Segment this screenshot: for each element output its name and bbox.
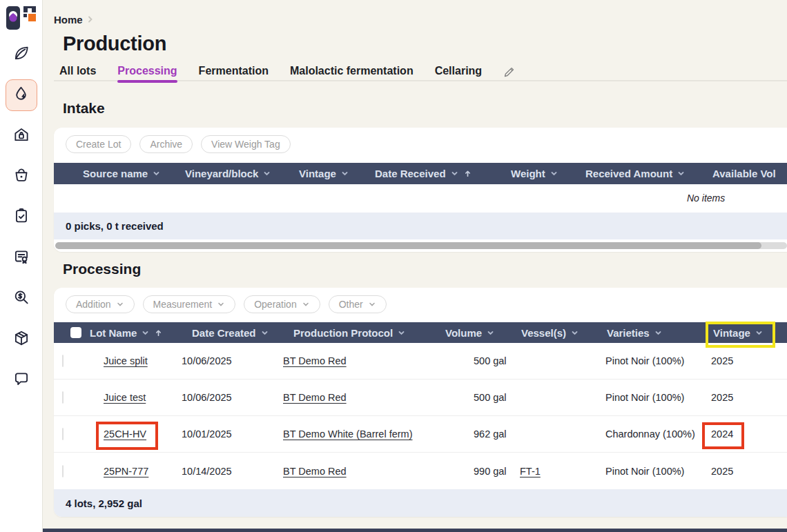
column-header-date-created[interactable]: Date Created [178,327,282,339]
column-header-weight[interactable]: Weight [509,168,582,179]
water-drop-bolt-icon [12,85,30,106]
production-protocol-link[interactable]: BT Demo White (Barrel ferm) [283,428,412,440]
processing-heading: Processing [63,260,787,278]
sidebar-item-messages[interactable] [6,364,37,396]
table-row: 25PN-777 10/14/2025 BT Demo Red 990 gal … [54,453,787,489]
warehouse-icon [12,126,30,146]
breadcrumb-chevron-icon [86,14,95,24]
volume-cell: 500 gal [440,392,514,403]
empty-state-text: No items [687,193,725,204]
lot-name-link[interactable]: 25CH-HV [104,428,146,440]
tab-processing[interactable]: Processing [117,63,177,81]
main-content: Home Production All lots Processing Ferm… [43,0,787,532]
lot-name-link[interactable]: Juice test [104,392,146,403]
row-checkbox[interactable] [62,428,64,440]
column-header-vessels[interactable]: Vessel(s) [514,327,589,339]
select-all-checkbox[interactable] [70,327,81,338]
lot-name-link[interactable]: 25PN-777 [104,466,148,477]
vintage-cell: 2025 [696,466,787,477]
intake-table-header: Source name Vineyard/block Vintage Date … [54,163,787,184]
sidebar-item-harvest[interactable] [6,161,37,193]
row-checkbox[interactable] [62,391,64,404]
edit-tabs-button[interactable] [503,66,515,78]
table-row: 25CH-HV 10/01/2025 BT Demo White (Barrel… [54,416,787,453]
varieties-cell: Pinot Noir (100%) [589,466,696,477]
column-header-vineyard-block[interactable]: Vineyard/block [185,168,295,179]
tab-bar: All lots Processing Fermentation Malolac… [54,63,787,81]
date-created-cell: 10/14/2025 [178,466,282,477]
column-header-received-amount[interactable]: Received Amount [582,168,710,179]
column-header-varieties[interactable]: Varieties [589,327,696,339]
scrollbar-thumb[interactable] [55,242,761,249]
chevron-down-icon [654,328,663,337]
sidebar-item-production[interactable] [6,79,37,111]
sidebar-nav [6,39,37,405]
processing-table-header: Lot Name Date Created Production Protoco… [54,322,787,343]
column-header-available-volume[interactable]: Available Vol [710,168,787,179]
production-protocol-link[interactable]: BT Demo Red [283,466,347,477]
column-header-vintage[interactable]: Vintage [696,327,787,339]
volume-cell: 500 gal [440,355,514,366]
column-header-lot-name[interactable]: Lot Name [83,327,178,339]
app-logo[interactable] [6,6,37,32]
harvest-basket-icon [12,166,30,187]
vintage-cell: 2025 [696,355,787,366]
create-lot-button[interactable]: Create Lot [66,135,131,153]
chevron-down-icon [368,300,376,308]
table-row: Juice test 10/06/2025 BT Demo Red 500 ga… [54,380,787,416]
column-header-date-received[interactable]: Date Received [375,168,509,179]
scrollbar-track[interactable] [55,242,787,249]
column-header-production-protocol[interactable]: Production Protocol [282,327,440,339]
production-protocol-link[interactable]: BT Demo Red [283,355,347,366]
intake-horizontal-scrollbar[interactable] [54,239,787,252]
date-created-cell: 10/06/2025 [178,392,282,403]
sidebar-item-compliance[interactable] [6,242,37,274]
processing-summary-row: 4 lots, 2,952 gal [54,489,787,517]
tab-fermentation[interactable]: Fermentation [199,63,269,81]
chevron-down-icon [260,328,269,337]
tab-cellaring[interactable]: Cellaring [435,63,482,81]
chevron-down-icon [116,300,124,308]
chevron-down-icon [677,169,686,178]
view-weigh-tag-button[interactable]: View Weigh Tag [201,135,291,153]
tab-all-lots[interactable]: All lots [59,63,96,81]
measurement-dropdown[interactable]: Measurement [143,295,236,313]
table-row: Juice split 10/06/2025 BT Demo Red 500 g… [54,343,787,380]
processing-card: Addition Measurement Operation Other Lot… [54,288,787,517]
addition-dropdown[interactable]: Addition [66,295,135,313]
vessel-link[interactable]: FT-1 [520,466,541,477]
package-cube-icon [12,329,30,350]
vintage-cell: 2024 [696,428,787,440]
breadcrumb: Home [54,12,787,26]
production-protocol-link[interactable]: BT Demo Red [283,392,347,403]
column-header-vintage[interactable]: Vintage [295,168,375,179]
chevron-down-icon [486,328,495,337]
date-created-cell: 10/06/2025 [178,355,282,366]
chevron-down-icon [217,300,225,308]
certificate-icon [12,248,30,268]
row-checkbox[interactable] [62,465,64,477]
date-created-cell: 10/01/2025 [178,428,282,440]
chevron-down-icon [141,328,150,337]
breadcrumb-home-link[interactable]: Home [54,14,83,26]
intake-empty-row: No items [54,184,787,213]
row-checkbox[interactable] [62,355,64,367]
chevron-down-icon [302,300,310,308]
operation-dropdown[interactable]: Operation [244,295,320,313]
column-header-volume[interactable]: Volume [440,327,514,339]
sidebar-item-costs[interactable] [6,283,37,315]
sidebar-item-inventory[interactable] [6,324,37,355]
other-dropdown[interactable]: Other [329,295,387,313]
chevron-down-icon [340,169,349,178]
tab-malolactic-fermentation[interactable]: Malolactic fermentation [290,63,414,81]
search-dollar-icon [12,288,30,309]
sidebar-item-tasks[interactable] [6,201,37,233]
intake-summary-text: 0 picks, 0 t received [66,220,164,232]
column-header-source-name[interactable]: Source name [54,168,185,179]
sidebar-item-vineyard[interactable] [6,39,37,70]
chevron-down-icon [570,328,579,337]
lot-name-link[interactable]: Juice split [104,355,148,366]
chevron-down-icon [755,328,764,337]
archive-button[interactable]: Archive [139,135,193,153]
sidebar-item-winery[interactable] [6,120,37,152]
